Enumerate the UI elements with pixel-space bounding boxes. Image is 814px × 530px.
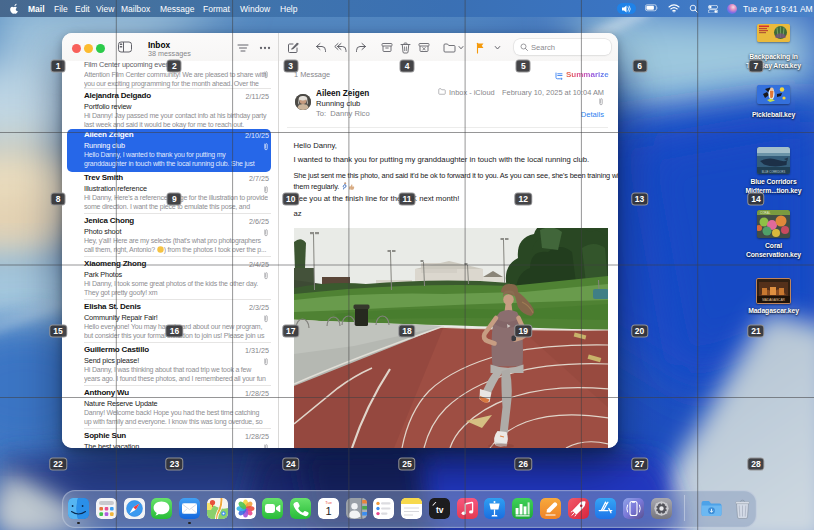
svg-text:tv: tv xyxy=(436,504,444,514)
svg-text:1: 1 xyxy=(325,504,331,516)
svg-text:CORAL: CORAL xyxy=(760,211,771,215)
svg-text:MADAGASCAR: MADAGASCAR xyxy=(762,298,785,302)
svg-text:BLUE CORRIDORS: BLUE CORRIDORS xyxy=(762,170,786,174)
